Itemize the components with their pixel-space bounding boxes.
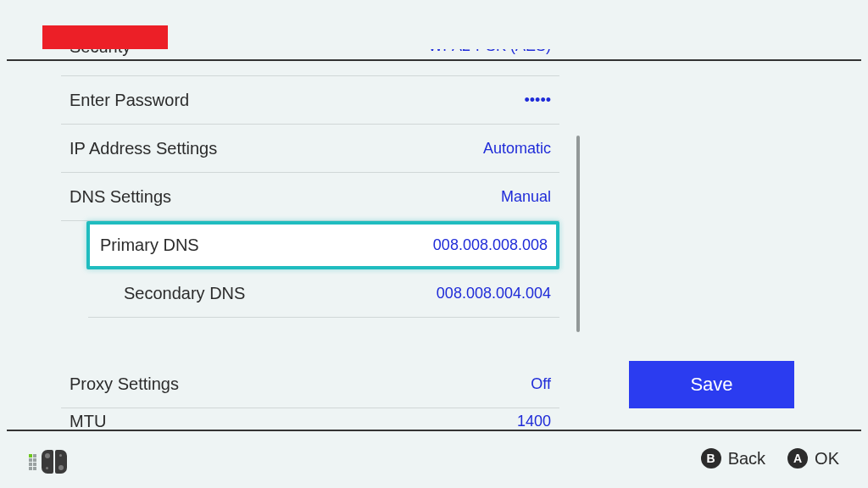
list-gap — [61, 318, 559, 360]
row-value: Automatic — [483, 140, 551, 158]
row-proxy-settings[interactable]: Proxy Settings Off — [61, 360, 559, 408]
row-value: WPA2-PSK (AES) — [428, 49, 551, 55]
row-value: 008.008.004.004 — [437, 285, 551, 302]
scrollbar[interactable] — [576, 136, 580, 332]
row-label: DNS Settings — [70, 187, 171, 207]
row-label: Primary DNS — [100, 236, 199, 255]
footer-back-button[interactable]: B Back — [701, 448, 765, 469]
row-label: Proxy Settings — [70, 374, 179, 394]
row-label: MTU — [70, 412, 106, 431]
save-button[interactable]: Save — [629, 361, 794, 408]
row-value: ••••• — [524, 92, 551, 109]
row-label: Enter Password — [70, 91, 189, 110]
joycon-left-icon — [42, 450, 53, 474]
row-ip-address-settings[interactable]: IP Address Settings Automatic — [61, 125, 559, 173]
footer-ok-label: OK — [815, 449, 839, 469]
row-value: 008.008.008.008 — [433, 236, 548, 254]
row-value: 1400 — [517, 413, 551, 430]
row-enter-password[interactable]: Enter Password ••••• — [61, 76, 559, 125]
row-label: Secondary DNS — [124, 284, 245, 303]
row-label: Security — [70, 49, 131, 57]
footer-back-label: Back — [728, 449, 765, 469]
save-button-label: Save — [690, 374, 732, 396]
row-dns-settings[interactable]: DNS Settings Manual — [61, 173, 559, 221]
row-value: Off — [531, 375, 551, 393]
settings-list: Security WPA2-PSK (AES) Enter Password •… — [61, 49, 559, 434]
controller-status-icon — [29, 450, 67, 474]
row-secondary-dns[interactable]: Secondary DNS 008.008.004.004 — [88, 269, 559, 318]
row-security[interactable]: Security WPA2-PSK (AES) — [61, 49, 559, 76]
redacted-title-block — [42, 25, 168, 49]
b-button-icon: B — [701, 448, 721, 469]
a-button-icon: A — [787, 448, 808, 469]
row-primary-dns[interactable]: Primary DNS 008.008.008.008 — [86, 221, 559, 269]
footer-ok-button[interactable]: A OK — [787, 448, 839, 469]
footer-bar: B Back A OK — [0, 431, 868, 488]
row-label: IP Address Settings — [70, 139, 217, 158]
joycon-right-icon — [55, 450, 67, 474]
row-value: Manual — [501, 188, 551, 206]
